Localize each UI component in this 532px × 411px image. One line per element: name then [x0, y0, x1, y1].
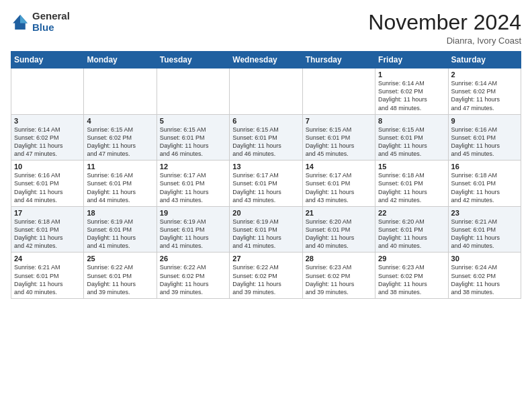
- calendar-cell: 16Sunrise: 6:18 AM Sunset: 6:01 PM Dayli…: [448, 161, 521, 207]
- svg-marker-1: [20, 15, 28, 23]
- day-number: 10: [14, 163, 81, 171]
- calendar-week-5: 24Sunrise: 6:21 AM Sunset: 6:01 PM Dayli…: [11, 253, 521, 299]
- day-info: Sunrise: 6:14 AM Sunset: 6:02 PM Dayligh…: [14, 126, 81, 158]
- calendar-cell: 8Sunrise: 6:15 AM Sunset: 6:01 PM Daylig…: [375, 114, 448, 161]
- day-number: 21: [306, 209, 372, 217]
- calendar-cell: [302, 68, 375, 115]
- day-number: 12: [160, 163, 226, 171]
- day-number: 20: [232, 209, 299, 217]
- day-number: 6: [232, 117, 299, 125]
- day-info: Sunrise: 6:15 AM Sunset: 6:01 PM Dayligh…: [160, 126, 226, 158]
- calendar-cell: 9Sunrise: 6:16 AM Sunset: 6:01 PM Daylig…: [448, 114, 521, 161]
- day-info: Sunrise: 6:20 AM Sunset: 6:01 PM Dayligh…: [378, 218, 445, 250]
- calendar-cell: 5Sunrise: 6:15 AM Sunset: 6:01 PM Daylig…: [157, 114, 229, 161]
- day-number: 15: [378, 163, 445, 171]
- day-number: 28: [306, 255, 372, 263]
- calendar-cell: 13Sunrise: 6:17 AM Sunset: 6:01 PM Dayli…: [230, 161, 302, 207]
- calendar-cell: 10Sunrise: 6:16 AM Sunset: 6:01 PM Dayli…: [11, 161, 84, 207]
- calendar-cell: 6Sunrise: 6:15 AM Sunset: 6:01 PM Daylig…: [230, 114, 302, 161]
- calendar-week-1: 1Sunrise: 6:14 AM Sunset: 6:02 PM Daylig…: [11, 68, 521, 115]
- calendar-cell: 3Sunrise: 6:14 AM Sunset: 6:02 PM Daylig…: [11, 114, 84, 161]
- calendar-week-2: 3Sunrise: 6:14 AM Sunset: 6:02 PM Daylig…: [11, 114, 521, 161]
- day-number: 25: [87, 255, 153, 263]
- day-info: Sunrise: 6:15 AM Sunset: 6:01 PM Dayligh…: [306, 126, 372, 158]
- day-info: Sunrise: 6:16 AM Sunset: 6:01 PM Dayligh…: [14, 171, 81, 204]
- calendar-cell: 29Sunrise: 6:23 AM Sunset: 6:02 PM Dayli…: [375, 253, 448, 299]
- calendar-cell: 15Sunrise: 6:18 AM Sunset: 6:01 PM Dayli…: [375, 161, 448, 207]
- day-info: Sunrise: 6:18 AM Sunset: 6:01 PM Dayligh…: [378, 171, 445, 204]
- calendar-cell: [230, 68, 302, 115]
- calendar-header-wednesday: Wednesday: [230, 52, 302, 68]
- month-title: November 2024: [368, 11, 521, 34]
- day-info: Sunrise: 6:22 AM Sunset: 6:02 PM Dayligh…: [232, 263, 299, 296]
- calendar-cell: 28Sunrise: 6:23 AM Sunset: 6:02 PM Dayli…: [302, 253, 375, 299]
- calendar-header-sunday: Sunday: [11, 52, 84, 68]
- day-info: Sunrise: 6:24 AM Sunset: 6:02 PM Dayligh…: [451, 263, 518, 296]
- calendar-cell: 2Sunrise: 6:14 AM Sunset: 6:02 PM Daylig…: [448, 68, 521, 115]
- day-number: 2: [451, 71, 518, 79]
- day-info: Sunrise: 6:22 AM Sunset: 6:02 PM Dayligh…: [160, 263, 226, 296]
- day-number: 26: [160, 255, 226, 263]
- day-number: 4: [87, 117, 153, 125]
- day-number: 23: [451, 209, 518, 217]
- day-info: Sunrise: 6:19 AM Sunset: 6:01 PM Dayligh…: [160, 218, 226, 250]
- day-info: Sunrise: 6:23 AM Sunset: 6:02 PM Dayligh…: [378, 263, 445, 296]
- day-info: Sunrise: 6:21 AM Sunset: 6:01 PM Dayligh…: [14, 263, 81, 296]
- day-info: Sunrise: 6:20 AM Sunset: 6:01 PM Dayligh…: [306, 218, 372, 250]
- day-info: Sunrise: 6:17 AM Sunset: 6:01 PM Dayligh…: [232, 171, 299, 204]
- day-number: 27: [232, 255, 299, 263]
- calendar-cell: [157, 68, 229, 115]
- calendar-header-row: SundayMondayTuesdayWednesdayThursdayFrid…: [11, 52, 521, 68]
- day-number: 14: [306, 163, 372, 171]
- calendar-cell: [84, 68, 157, 115]
- day-number: 7: [306, 117, 372, 125]
- day-number: 16: [451, 163, 518, 171]
- calendar-cell: 7Sunrise: 6:15 AM Sunset: 6:01 PM Daylig…: [302, 114, 375, 161]
- calendar-cell: 20Sunrise: 6:19 AM Sunset: 6:01 PM Dayli…: [230, 206, 302, 253]
- page: General Blue November 2024 Dianra, Ivory…: [0, 0, 532, 304]
- title-block: November 2024 Dianra, Ivory Coast: [368, 11, 521, 46]
- day-number: 19: [160, 209, 226, 217]
- calendar-cell: 17Sunrise: 6:18 AM Sunset: 6:01 PM Dayli…: [11, 206, 84, 253]
- logo-blue: Blue: [32, 21, 54, 33]
- calendar-cell: 14Sunrise: 6:17 AM Sunset: 6:01 PM Dayli…: [302, 161, 375, 207]
- day-number: 24: [14, 255, 81, 263]
- calendar-cell: 30Sunrise: 6:24 AM Sunset: 6:02 PM Dayli…: [448, 253, 521, 299]
- day-info: Sunrise: 6:21 AM Sunset: 6:01 PM Dayligh…: [451, 218, 518, 250]
- day-info: Sunrise: 6:15 AM Sunset: 6:01 PM Dayligh…: [378, 126, 445, 158]
- day-number: 13: [232, 163, 299, 171]
- calendar-cell: 21Sunrise: 6:20 AM Sunset: 6:01 PM Dayli…: [302, 206, 375, 253]
- day-number: 1: [378, 71, 445, 79]
- calendar-header-saturday: Saturday: [448, 52, 521, 68]
- calendar-cell: 23Sunrise: 6:21 AM Sunset: 6:01 PM Dayli…: [448, 206, 521, 253]
- logo-text: General Blue: [32, 11, 70, 33]
- logo-general: General: [32, 10, 70, 21]
- day-number: 29: [378, 255, 445, 263]
- calendar-cell: [11, 68, 84, 115]
- day-info: Sunrise: 6:19 AM Sunset: 6:01 PM Dayligh…: [232, 218, 299, 250]
- day-info: Sunrise: 6:19 AM Sunset: 6:01 PM Dayligh…: [87, 218, 153, 250]
- calendar-cell: 26Sunrise: 6:22 AM Sunset: 6:02 PM Dayli…: [157, 253, 229, 299]
- day-number: 11: [87, 163, 153, 171]
- calendar-header-thursday: Thursday: [302, 52, 375, 68]
- calendar-header-monday: Monday: [84, 52, 157, 68]
- calendar-cell: 25Sunrise: 6:22 AM Sunset: 6:01 PM Dayli…: [84, 253, 157, 299]
- header: General Blue November 2024 Dianra, Ivory…: [11, 11, 521, 46]
- day-info: Sunrise: 6:23 AM Sunset: 6:02 PM Dayligh…: [306, 263, 372, 296]
- calendar-week-3: 10Sunrise: 6:16 AM Sunset: 6:01 PM Dayli…: [11, 161, 521, 207]
- day-info: Sunrise: 6:17 AM Sunset: 6:01 PM Dayligh…: [306, 171, 372, 204]
- calendar-cell: 19Sunrise: 6:19 AM Sunset: 6:01 PM Dayli…: [157, 206, 229, 253]
- day-info: Sunrise: 6:16 AM Sunset: 6:01 PM Dayligh…: [87, 171, 153, 204]
- day-info: Sunrise: 6:15 AM Sunset: 6:02 PM Dayligh…: [87, 126, 153, 158]
- calendar-header-friday: Friday: [375, 52, 448, 68]
- calendar-header-tuesday: Tuesday: [157, 52, 229, 68]
- calendar-cell: 11Sunrise: 6:16 AM Sunset: 6:01 PM Dayli…: [84, 161, 157, 207]
- day-number: 8: [378, 117, 445, 125]
- day-info: Sunrise: 6:14 AM Sunset: 6:02 PM Dayligh…: [378, 79, 445, 112]
- logo: General Blue: [11, 11, 70, 33]
- day-number: 30: [451, 255, 518, 263]
- calendar-week-4: 17Sunrise: 6:18 AM Sunset: 6:01 PM Dayli…: [11, 206, 521, 253]
- day-number: 22: [378, 209, 445, 217]
- calendar-cell: 24Sunrise: 6:21 AM Sunset: 6:01 PM Dayli…: [11, 253, 84, 299]
- day-number: 9: [451, 117, 518, 125]
